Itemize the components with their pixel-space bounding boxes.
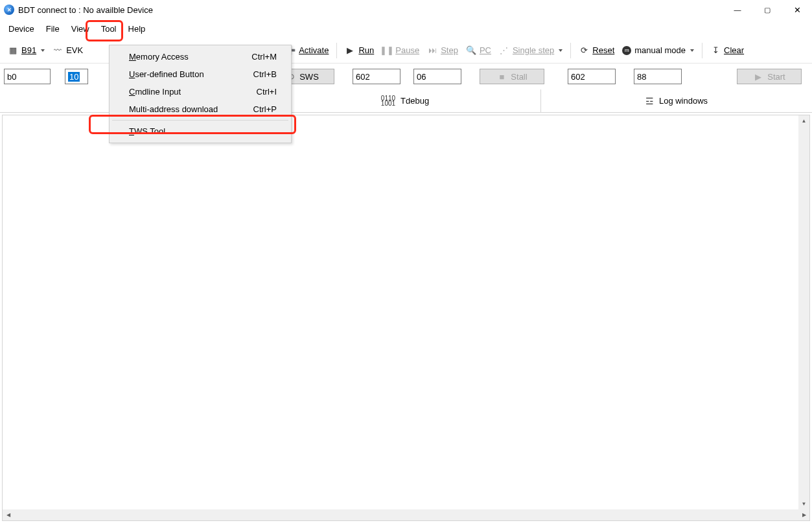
manual-mode-button[interactable]: m manual mode <box>618 43 698 57</box>
minimize-button[interactable]: — <box>723 0 752 19</box>
separator <box>336 43 337 58</box>
list-icon: ☲ <box>645 96 654 106</box>
wave-icon: 〰 <box>52 45 63 56</box>
chevron-down-icon <box>41 49 45 52</box>
tool-menu-dropdown: Memory Access Ctrl+M User-defined Button… <box>109 45 292 143</box>
run-button[interactable]: ▶ Run <box>341 43 378 58</box>
reset-icon: ⟳ <box>579 45 589 56</box>
app-window: BDT connect to : No availble Device — ▢ … <box>0 0 812 523</box>
tab-log-windows[interactable]: ☲ Log windows <box>541 89 812 112</box>
chip-icon: ▦ <box>8 45 18 56</box>
clear-button[interactable]: ↧ Clear <box>706 43 748 58</box>
footsteps-icon: ⋰ <box>499 45 509 56</box>
field-d[interactable] <box>634 69 682 84</box>
menu-cmdline-input[interactable]: Cmdline Input Ctrl+I <box>111 83 290 100</box>
log-windows-label: Log windows <box>659 96 708 106</box>
addr-input-1[interactable] <box>4 69 51 84</box>
content-area: ▲ ▼ ◀ ▶ <box>1 114 811 522</box>
sws-label: SWS <box>299 72 319 82</box>
window-title: BDT connect to : No availble Device <box>18 5 153 15</box>
shortcut-text: Ctrl+P <box>253 104 277 114</box>
scroll-left-icon[interactable]: ◀ <box>3 509 14 520</box>
menu-file[interactable]: File <box>40 21 65 36</box>
run-label: Run <box>358 45 374 55</box>
scroll-up-icon[interactable]: ▲ <box>798 115 809 126</box>
menu-tws-tool[interactable]: TWS Tool <box>111 122 290 140</box>
shortcut-text: Ctrl+B <box>253 69 277 79</box>
stop-icon: ■ <box>496 71 507 82</box>
reset-button[interactable]: ⟳ Reset <box>575 43 618 58</box>
play-icon: ▶ <box>753 71 763 82</box>
single-step-button[interactable]: ⋰ Single step <box>495 43 566 58</box>
step-icon: ⏭ <box>427 45 437 56</box>
title-bar: BDT connect to : No availble Device — ▢ … <box>0 0 812 19</box>
menu-view[interactable]: View <box>65 21 95 36</box>
menu-separator <box>112 120 288 121</box>
window-controls: — ▢ ✕ <box>723 0 812 19</box>
play-icon: ▶ <box>345 45 355 56</box>
pc-button[interactable]: 🔍 PC <box>462 43 495 58</box>
binary-icon: 01101001 <box>381 96 395 106</box>
menu-bar: Device File View Tool Help <box>0 19 812 38</box>
chip-label: B91 <box>21 45 36 55</box>
mode-icon: m <box>622 46 631 55</box>
stall-button[interactable]: ■ Stall <box>480 69 544 84</box>
app-icon <box>4 5 14 15</box>
chevron-down-icon <box>690 49 694 52</box>
menu-user-defined-button[interactable]: User-defined Button Ctrl+B <box>111 65 290 83</box>
scroll-v-track[interactable] <box>798 126 809 498</box>
menu-device[interactable]: Device <box>3 21 40 36</box>
broom-icon: ↧ <box>710 45 721 56</box>
pause-label: Pause <box>395 45 419 55</box>
shortcut-text: Ctrl+M <box>251 52 277 62</box>
step-label: Step <box>441 45 458 55</box>
vertical-scrollbar[interactable]: ▲ ▼ <box>798 115 809 509</box>
reset-label: Reset <box>592 45 614 55</box>
field-b[interactable] <box>413 69 461 84</box>
tab-tdebug[interactable]: 01101001 Tdebug <box>270 89 541 112</box>
step-button[interactable]: ⏭ Step <box>423 43 462 58</box>
chevron-down-icon <box>559 49 563 52</box>
single-step-label: Single step <box>513 45 554 55</box>
shortcut-text: Ctrl+I <box>257 87 277 97</box>
separator <box>702 43 702 58</box>
field-c[interactable] <box>568 69 616 84</box>
maximize-button[interactable]: ▢ <box>752 0 782 19</box>
scroll-h-track[interactable] <box>14 509 798 520</box>
start-label: Start <box>767 72 785 82</box>
search-icon: 🔍 <box>466 45 476 56</box>
field-a[interactable] <box>353 69 400 84</box>
tdebug-label: Tdebug <box>400 96 429 106</box>
activate-label: Activate <box>299 45 329 55</box>
evk-selector[interactable]: 〰 EVK <box>49 43 87 58</box>
chip-selector[interactable]: ▦ B91 <box>4 43 49 58</box>
menu-help[interactable]: Help <box>122 21 152 36</box>
close-button[interactable]: ✕ <box>782 0 812 19</box>
scroll-right-icon[interactable]: ▶ <box>798 509 809 520</box>
output-canvas: ▲ ▼ ◀ ▶ <box>2 115 810 521</box>
manual-mode-label: manual mode <box>634 45 686 55</box>
horizontal-scrollbar[interactable]: ◀ ▶ <box>3 509 809 520</box>
pause-icon: ❚❚ <box>382 45 392 56</box>
addr-input-2[interactable]: 10 <box>65 69 88 84</box>
evk-label: EVK <box>66 45 83 55</box>
pc-label: PC <box>480 45 491 55</box>
separator <box>570 43 571 58</box>
menu-tool[interactable]: Tool <box>95 21 122 36</box>
clear-label: Clear <box>724 45 744 55</box>
scroll-down-icon[interactable]: ▼ <box>798 498 809 509</box>
start-button[interactable]: ▶ Start <box>737 69 802 84</box>
pause-button[interactable]: ❚❚ Pause <box>378 43 423 58</box>
menu-multi-address-download[interactable]: Multi-address download Ctrl+P <box>111 100 290 118</box>
menu-memory-access[interactable]: Memory Access Ctrl+M <box>111 48 290 65</box>
stall-label: Stall <box>511 72 527 82</box>
